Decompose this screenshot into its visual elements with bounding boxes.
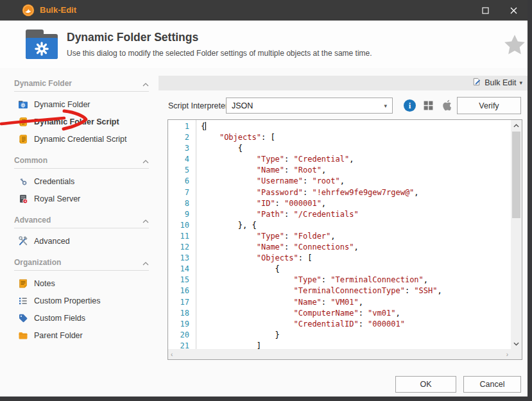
code-line: }, { <box>201 220 511 231</box>
chevron-up-icon <box>142 257 149 268</box>
horizontal-scrollbar[interactable]: ‹ › <box>168 349 511 359</box>
line-number-gutter: 123456789101112131415161718192021 <box>168 120 196 349</box>
line-number: 3 <box>168 143 196 154</box>
sidebar-item-credentials[interactable]: Credentials <box>14 173 149 190</box>
bulk-edit-toolbar: Bulk Edit ▾ <box>159 76 528 90</box>
section-header-common[interactable]: Common <box>14 154 149 167</box>
line-number: 1 <box>168 121 196 132</box>
script-editor: 123456789101112131415161718192021 { "Obj… <box>167 119 522 360</box>
close-icon <box>510 7 517 14</box>
code-line: ] <box>201 341 511 349</box>
sidebar-item-dynamic-folder-script[interactable]: Dynamic Folder Script <box>14 113 149 130</box>
scrollbar-corner <box>511 349 522 359</box>
code-line: { <box>201 264 511 275</box>
line-number: 12 <box>168 242 196 253</box>
page-subtitle: Use this dialog to modify the selected F… <box>67 49 372 58</box>
royal-ts-logo-icon <box>22 4 35 17</box>
scroll-right-icon[interactable]: › <box>506 351 508 358</box>
chevron-down-icon: ▾ <box>519 80 522 86</box>
code-line: "Name": "VM01", <box>201 297 511 308</box>
line-number: 5 <box>168 165 196 176</box>
close-button[interactable] <box>499 0 528 21</box>
sidebar-item-royal-server[interactable]: Royal Server <box>14 190 149 207</box>
window-title: Bulk-Edit <box>40 5 76 15</box>
server-icon <box>18 194 28 204</box>
vertical-scrollbar[interactable] <box>511 120 522 349</box>
line-number: 4 <box>168 154 196 165</box>
gear-icon <box>33 40 50 57</box>
line-number: 6 <box>168 176 196 187</box>
chevron-down-icon: ▾ <box>384 103 387 109</box>
line-number: 19 <box>168 319 196 330</box>
section-header-dynamic-folder[interactable]: Dynamic Folder <box>14 77 149 90</box>
section-header-advanced[interactable]: Advanced <box>14 214 149 226</box>
maximize-icon <box>482 7 489 14</box>
line-number: 15 <box>168 275 196 286</box>
code-line: "Path": "/Credentials" <box>201 209 511 220</box>
line-number: 17 <box>168 297 196 308</box>
tools-icon <box>18 236 28 246</box>
line-number: 18 <box>168 308 196 319</box>
sidebar-item-dynamic-folder[interactable]: Dynamic Folder <box>14 96 149 113</box>
dynamic-folder-settings-icon <box>26 30 58 59</box>
code-line: "Type": "TerminalConnection", <box>201 275 511 286</box>
vertical-scroll-thumb[interactable] <box>512 132 520 218</box>
notes-icon <box>18 278 28 289</box>
code-line: "Name": "Root", <box>201 165 511 176</box>
line-number: 7 <box>168 187 196 198</box>
dialog-header: Dynamic Folder Settings Use this dialog … <box>0 21 528 68</box>
tag-icon <box>18 313 28 323</box>
dynamic-folder-icon <box>18 99 28 110</box>
code-line: "ID": "000001", <box>201 198 511 209</box>
favorite-star-icon[interactable] <box>502 32 528 58</box>
script-interpreter-label: Script Interpreter <box>168 101 228 110</box>
apple-platform-icon[interactable] <box>441 99 454 112</box>
text-caret <box>205 122 206 130</box>
sidebar-item-advanced[interactable]: Advanced <box>14 232 149 250</box>
code-area[interactable]: { "Objects": [ { "Type": "Credential", "… <box>197 120 511 349</box>
line-number: 21 <box>168 341 196 349</box>
titlebar: Bulk-Edit <box>0 0 528 21</box>
folder-icon <box>18 330 28 341</box>
windows-platform-icon[interactable] <box>423 100 434 111</box>
sidebar-item-dynamic-credential-script[interactable]: Dynamic Credential Script <box>14 130 149 148</box>
ok-button[interactable]: OK <box>395 376 456 393</box>
line-number: 10 <box>168 220 196 231</box>
bulk-edit-icon <box>472 77 481 89</box>
line-number: 11 <box>168 231 196 242</box>
verify-button[interactable]: Verify <box>457 97 521 114</box>
scroll-left-icon[interactable]: ‹ <box>171 351 173 358</box>
chevron-up-icon <box>142 155 149 166</box>
sidebar-item-parent-folder[interactable]: Parent Folder <box>14 327 149 344</box>
section-header-organization[interactable]: Organization <box>14 256 149 269</box>
line-number: 16 <box>168 286 196 296</box>
line-number: 8 <box>168 198 196 209</box>
info-icon[interactable]: i <box>404 99 416 112</box>
scroll-down-icon[interactable] <box>511 338 522 349</box>
page-title: Dynamic Folder Settings <box>67 31 198 44</box>
maximize-button[interactable] <box>471 0 499 21</box>
script-interpreter-select[interactable]: JSON ▾ <box>226 98 393 114</box>
code-line: } <box>201 330 511 341</box>
line-number: 9 <box>168 209 196 220</box>
line-number: 20 <box>168 330 196 341</box>
code-line: "Password": "!ehrfew9fe9gew7rgew@", <box>201 187 511 198</box>
sidebar: Dynamic FolderDynamic FolderDynamic Fold… <box>0 68 159 397</box>
code-line: { <box>201 121 511 132</box>
bulk-edit-button[interactable]: Bulk Edit ▾ <box>472 77 522 89</box>
code-line: "Objects": [ <box>201 132 511 143</box>
sidebar-item-custom-properties[interactable]: Custom Properties <box>14 292 149 309</box>
section-divider <box>14 91 149 92</box>
sidebar-item-notes[interactable]: Notes <box>14 275 149 292</box>
code-line: "Objects": [ <box>201 253 511 264</box>
code-line: "Name": "Connections", <box>201 242 511 253</box>
cancel-button[interactable]: Cancel <box>463 376 521 393</box>
code-line: "CredentialID": "000001" <box>201 319 511 330</box>
line-number: 2 <box>168 132 196 143</box>
code-line: "Type": "Credential", <box>201 154 511 165</box>
section-divider <box>14 270 149 271</box>
code-line: "ComputerName": "vm01", <box>201 308 511 319</box>
scroll-up-icon[interactable] <box>511 120 522 131</box>
sidebar-item-custom-fields[interactable]: Custom Fields <box>14 309 149 327</box>
line-number: 14 <box>168 264 196 275</box>
